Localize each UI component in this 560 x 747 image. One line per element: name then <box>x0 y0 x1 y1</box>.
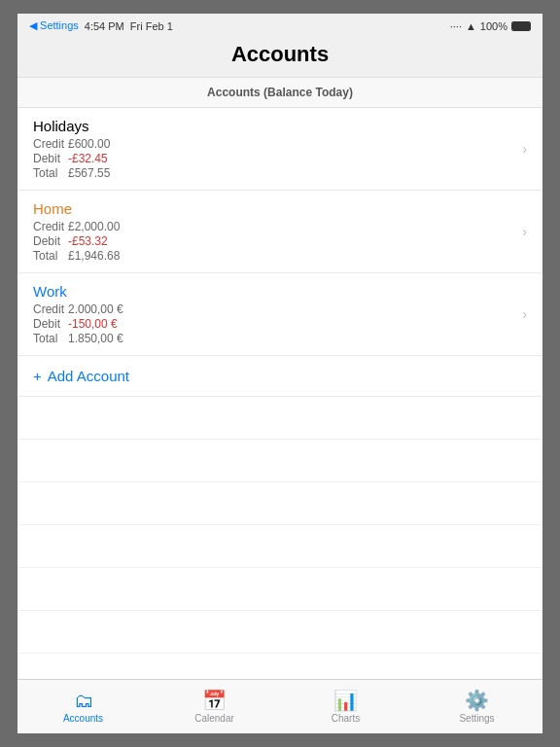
page-title: Accounts <box>18 36 542 77</box>
signal-icon: ···· <box>450 20 462 32</box>
empty-rows <box>18 397 542 679</box>
account-details-home: Credit £2,000.00 Debit -£53.32 Total £1,… <box>33 220 120 263</box>
chevron-icon-home: › <box>522 224 527 239</box>
account-info-work: Work Credit 2.000,00 € Debit -150,00 € T… <box>33 283 123 345</box>
wifi-icon: ▲ <box>466 20 476 32</box>
debit-value-holidays: -£32.45 <box>68 152 108 165</box>
accounts-tab-label: Accounts <box>63 713 103 724</box>
debit-label-work: Debit <box>33 317 60 331</box>
status-bar-right: ···· ▲ 100% <box>450 20 531 32</box>
total-label-work: Total <box>33 332 60 345</box>
empty-row-4 <box>18 525 542 568</box>
credit-line-work: Credit 2.000,00 € <box>33 302 123 316</box>
debit-label-holidays: Debit <box>33 152 60 165</box>
credit-value-home: £2,000.00 <box>68 220 120 233</box>
debit-label-home: Debit <box>33 234 60 248</box>
total-line-home: Total £1,946.68 <box>33 249 120 263</box>
status-bar: ◀ Settings 4:54 PM Fri Feb 1 ···· ▲ 100% <box>18 14 542 36</box>
account-name-home: Home <box>33 200 120 217</box>
tab-bar: 🗂 Accounts 📅 Calendar 📊 Charts ⚙️ Settin… <box>18 679 542 733</box>
credit-line-home: Credit £2,000.00 <box>33 220 120 233</box>
total-label-holidays: Total <box>33 166 60 180</box>
charts-tab-label: Charts <box>332 713 360 724</box>
debit-line-home: Debit -£53.32 <box>33 234 120 248</box>
charts-tab-icon: 📊 <box>333 691 358 710</box>
status-date: Fri Feb 1 <box>130 20 173 32</box>
status-bar-left: ◀ Settings 4:54 PM Fri Feb 1 <box>29 19 173 32</box>
account-details-holidays: Credit £600.00 Debit -£32.45 Total £567.… <box>33 137 110 180</box>
account-name-holidays: Holidays <box>33 118 110 134</box>
account-details-work: Credit 2.000,00 € Debit -150,00 € Total … <box>33 302 123 345</box>
total-value-holidays: £567.55 <box>68 166 110 180</box>
settings-back-link[interactable]: ◀ Settings <box>29 19 79 32</box>
account-row-home[interactable]: Home Credit £2,000.00 Debit -£53.32 Tota… <box>18 191 542 273</box>
empty-row-7 <box>18 654 542 679</box>
calendar-tab-icon: 📅 <box>202 691 227 710</box>
settings-tab-icon: ⚙️ <box>465 691 489 710</box>
credit-label-holidays: Credit <box>33 137 60 151</box>
empty-row-2 <box>18 440 542 482</box>
tab-settings[interactable]: ⚙️ Settings <box>411 680 542 733</box>
total-value-home: £1,946.68 <box>68 249 120 263</box>
add-account-button[interactable]: + Add Account <box>18 356 542 397</box>
debit-line-holidays: Debit -£32.45 <box>33 152 110 165</box>
total-line-work: Total 1.850,00 € <box>33 332 123 345</box>
empty-row-6 <box>18 611 542 654</box>
calendar-tab-label: Calendar <box>194 713 234 724</box>
accounts-tab-icon: 🗂 <box>74 691 93 710</box>
device-frame: ◀ Settings 4:54 PM Fri Feb 1 ···· ▲ 100%… <box>18 14 542 733</box>
credit-value-holidays: £600.00 <box>68 137 110 151</box>
battery-percent: 100% <box>480 20 508 32</box>
account-info-holidays: Holidays Credit £600.00 Debit -£32.45 To… <box>33 118 110 180</box>
account-info-home: Home Credit £2,000.00 Debit -£53.32 Tota… <box>33 200 120 263</box>
credit-line-holidays: Credit £600.00 <box>33 137 110 151</box>
debit-value-home: -£53.32 <box>68 234 108 248</box>
chevron-icon-holidays: › <box>522 141 527 157</box>
total-value-work: 1.850,00 € <box>68 332 123 345</box>
empty-row-3 <box>18 482 542 525</box>
debit-value-work: -150,00 € <box>68 317 118 331</box>
main-content: Accounts (Balance Today) Holidays Credit… <box>18 77 542 679</box>
account-row-work[interactable]: Work Credit 2.000,00 € Debit -150,00 € T… <box>18 273 542 356</box>
account-name-work: Work <box>33 283 123 300</box>
credit-label-home: Credit <box>33 220 60 233</box>
status-time: 4:54 PM <box>85 20 124 32</box>
chevron-icon-work: › <box>522 306 527 322</box>
tab-accounts[interactable]: 🗂 Accounts <box>18 680 149 733</box>
tab-calendar[interactable]: 📅 Calendar <box>149 680 280 733</box>
credit-value-work: 2.000,00 € <box>68 302 123 316</box>
total-label-home: Total <box>33 249 60 263</box>
tab-charts[interactable]: 📊 Charts <box>280 680 411 733</box>
debit-line-work: Debit -150,00 € <box>33 317 123 331</box>
add-account-label: Add Account <box>48 368 129 384</box>
empty-row-5 <box>18 568 542 611</box>
credit-label-work: Credit <box>33 302 60 316</box>
empty-row-1 <box>18 397 542 440</box>
settings-tab-label: Settings <box>459 713 494 724</box>
total-line-holidays: Total £567.55 <box>33 166 110 180</box>
section-header: Accounts (Balance Today) <box>18 77 542 108</box>
account-row-holidays[interactable]: Holidays Credit £600.00 Debit -£32.45 To… <box>18 108 542 191</box>
add-icon: + <box>33 368 42 384</box>
battery-icon <box>511 21 531 31</box>
